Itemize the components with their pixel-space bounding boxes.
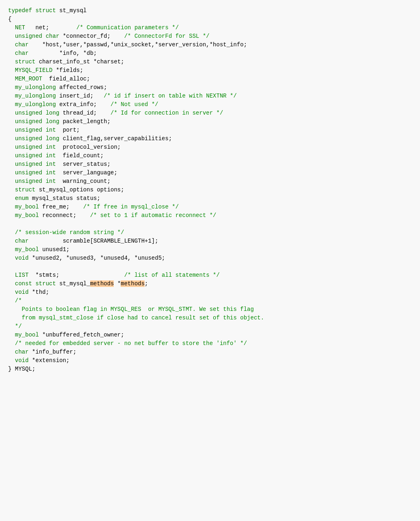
code-line-28: char scramble[SCRAMBLE_LENGTH+1];	[8, 237, 412, 245]
code-line-3: NET net; /* Communication parameters */	[8, 24, 412, 32]
code-line-11: my_ulonglong insert_id; /* id if insert …	[8, 92, 412, 100]
code-line-36: Points to boolean flag in MYSQL_RES or M…	[8, 305, 412, 314]
code-line-13: unsigned long thread_id; /* Id for conne…	[8, 109, 412, 117]
code-line-33: const struct st_mysql_methods *methods;	[8, 280, 412, 288]
code-line-39: my_bool *unbuffered_fetch_owner;	[8, 331, 412, 339]
code-line-20: unsigned int server_language;	[8, 169, 412, 177]
code-line-6: char *info, *db;	[8, 49, 412, 58]
code-line-31	[8, 263, 412, 271]
code-line-17: unsigned int protocol_version;	[8, 143, 412, 152]
code-line-26	[8, 220, 412, 228]
code-line-9: MEM_ROOT field_alloc;	[8, 75, 412, 83]
code-line-7: struct charset_info_st *charset;	[8, 58, 412, 66]
code-line-41: char *info_buffer;	[8, 348, 412, 356]
code-line-5: char *host,*user,*passwd,*unix_socket,*s…	[8, 41, 412, 49]
code-line-40: /* needed for embedded server - no net b…	[8, 339, 412, 348]
code-line-34: void *thd;	[8, 288, 412, 297]
code-line-12: my_ulonglong extra_info; /* Not used */	[8, 100, 412, 109]
code-line-16: unsigned long client_flag,server_capabil…	[8, 135, 412, 143]
code-line-4: unsigned char *connector_fd; /* Connecto…	[8, 32, 412, 41]
code-line-43: } MYSQL;	[8, 365, 412, 373]
code-line-25: my_bool reconnect; /* set to 1 if automa…	[8, 211, 412, 220]
code-line-29: my_bool unused1;	[8, 245, 412, 254]
code-container: typedef struct st_mysql { NET net; /* Co…	[0, 0, 420, 521]
code-line-14: unsigned long packet_length;	[8, 117, 412, 126]
code-line-37: from mysql_stmt_close if close had to ca…	[8, 314, 412, 322]
code-line-22: struct st_mysql_options options;	[8, 186, 412, 194]
code-line-32: LIST *stmts; /* list of all statements *…	[8, 271, 412, 280]
code-line-15: unsigned int port;	[8, 126, 412, 135]
code-line-21: unsigned int warning_count;	[8, 177, 412, 186]
code-line-30: void *unused2, *unused3, *unused4, *unus…	[8, 254, 412, 263]
code-line-18: unsigned int field_count;	[8, 152, 412, 160]
code-line-38: */	[8, 322, 412, 331]
code-line-1: typedef struct st_mysql	[8, 7, 412, 15]
code-line-42: void *extension;	[8, 356, 412, 365]
code-line-8: MYSQL_FIELD *fields;	[8, 66, 412, 75]
code-line-19: unsigned int server_status;	[8, 160, 412, 169]
code-line-23: enum mysql_status status;	[8, 194, 412, 203]
code-line-35: /*	[8, 297, 412, 305]
code-line-24: my_bool free_me; /* If free in mysql_clo…	[8, 203, 412, 211]
code-line-2: {	[8, 15, 412, 24]
code-line-10: my_ulonglong affected_rows;	[8, 83, 412, 92]
code-line-27: /* session-wide random string */	[8, 228, 412, 237]
